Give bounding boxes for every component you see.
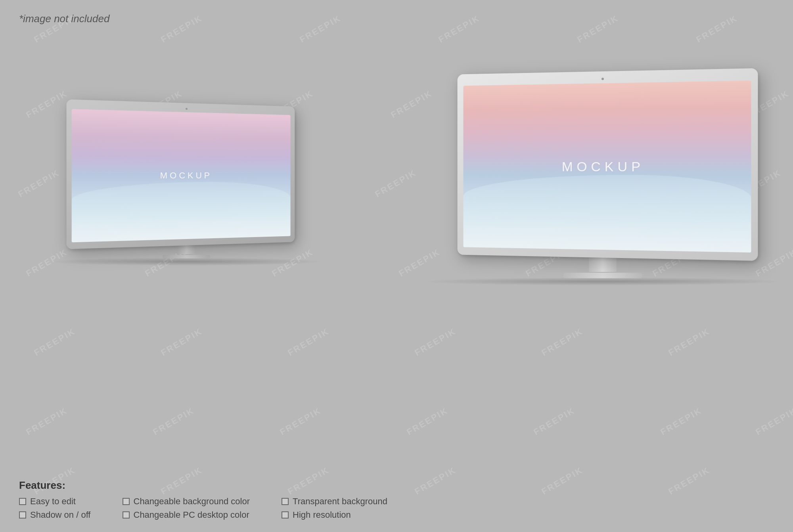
checkbox-changeable-pc[interactable] — [123, 511, 130, 519]
monitor-right-stand — [452, 258, 753, 278]
feature-shadow: Shadow on / off — [19, 510, 91, 520]
screen-right-bg: MOCKUP — [464, 80, 751, 253]
monitor-right-shadow — [422, 277, 783, 285]
monitor-left-shadow — [48, 258, 324, 266]
checkbox-shadow[interactable] — [19, 511, 26, 519]
mockup-label-right: MOCKUP — [562, 159, 644, 174]
feature-label-transparent-bg: Transparent background — [293, 496, 387, 507]
feature-changeable-pc: Changeable PC desktop color — [123, 510, 250, 520]
feature-label-easy-edit: Easy to edit — [30, 496, 76, 507]
feature-label-changeable-pc: Changeable PC desktop color — [134, 510, 249, 520]
monitor-right-frame: MOCKUP — [458, 68, 758, 261]
mockup-label-left: MOCKUP — [160, 170, 212, 181]
feature-transparent-bg: Transparent background — [282, 496, 387, 507]
checkbox-transparent-bg[interactable] — [282, 498, 289, 505]
features-section: Features: Easy to edit Changeable backgr… — [19, 479, 774, 520]
feature-label-shadow: Shadow on / off — [30, 510, 91, 520]
screen-left: MOCKUP — [72, 109, 291, 242]
screen-left-bg: MOCKUP — [72, 109, 291, 242]
feature-high-res: High resolution — [282, 510, 387, 520]
checkbox-changeable-bg[interactable] — [123, 498, 130, 505]
image-not-included-label: *image not included — [19, 13, 109, 25]
checkbox-easy-edit[interactable] — [19, 498, 26, 505]
camera-left — [186, 108, 188, 110]
feature-label-changeable-bg: Changeable background color — [134, 496, 250, 507]
monitor-right: MOCKUP — [452, 71, 753, 278]
monitors-area: MOCKUP MOCKUP — [0, 32, 793, 448]
features-grid: Easy to edit Changeable background color… — [19, 496, 387, 520]
stand-left-neck — [178, 245, 195, 254]
feature-changeable-bg: Changeable background color — [123, 496, 250, 507]
features-title: Features: — [19, 479, 774, 492]
feature-label-high-res: High resolution — [293, 510, 351, 520]
checkbox-high-res[interactable] — [282, 511, 289, 519]
stand-right-neck — [589, 258, 617, 272]
monitor-left-frame: MOCKUP — [67, 99, 295, 249]
feature-easy-edit: Easy to edit — [19, 496, 91, 507]
camera-right — [601, 78, 604, 80]
monitor-left: MOCKUP — [71, 103, 301, 258]
screen-right: MOCKUP — [464, 80, 751, 253]
